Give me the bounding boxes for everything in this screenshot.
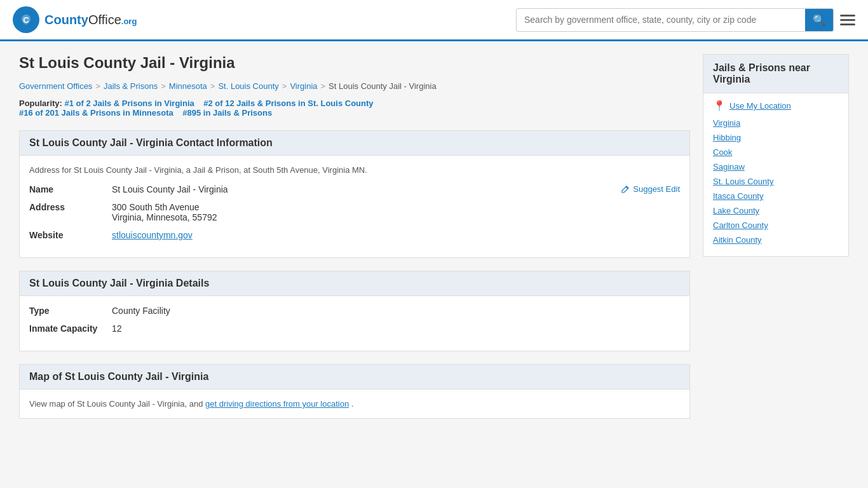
- type-value: County Facility: [112, 306, 680, 316]
- breadcrumb: Government Offices > Jails & Prisons > M…: [19, 81, 690, 91]
- map-description: View map of St Louis County Jail - Virgi…: [29, 399, 680, 409]
- address-row: Address 300 South 5th Avenue Virginia, M…: [29, 202, 680, 222]
- sidebar-box: Jails & Prisons near Virginia 📍 Use My L…: [703, 54, 849, 257]
- popularity-section: Popularity: #1 of 2 Jails & Prisons in V…: [19, 98, 690, 118]
- main-container: St Louis County Jail - Virginia Governme…: [0, 41, 868, 444]
- use-my-location-link[interactable]: Use My Location: [729, 101, 791, 111]
- details-section: St Louis County Jail - Virginia Details …: [19, 271, 690, 351]
- map-period: .: [351, 399, 354, 409]
- popularity-label: Popularity:: [19, 98, 62, 108]
- map-section-body: View map of St Louis County Jail - Virgi…: [20, 390, 689, 418]
- type-label: Type: [29, 306, 112, 316]
- sidebar-item-carlton-county[interactable]: Carlton County: [713, 220, 839, 230]
- address-label: Address: [29, 202, 112, 212]
- breadcrumb-link[interactable]: Jails & Prisons: [104, 81, 158, 91]
- name-label: Name: [29, 184, 112, 194]
- suggest-edit-label: Suggest Edit: [633, 184, 680, 194]
- breadcrumb-link[interactable]: Minnesota: [169, 81, 207, 91]
- map-desc-text: View map of St Louis County Jail - Virgi…: [29, 399, 203, 409]
- content-area: St Louis County Jail - Virginia Governme…: [19, 54, 690, 431]
- address-line1: 300 South 5th Avenue: [112, 202, 680, 212]
- logo-label: CountyOffice.org: [44, 13, 137, 27]
- search-input[interactable]: [517, 10, 805, 30]
- sidebar-item-saginaw[interactable]: Saginaw: [713, 162, 839, 172]
- contact-section-header: St Louis County Jail - Virginia Contact …: [20, 131, 689, 156]
- use-location-row: 📍 Use My Location: [713, 100, 839, 112]
- logo: C CountyOffice.org: [13, 6, 137, 33]
- contact-section-body: Address for St Louis County Jail - Virgi…: [20, 156, 689, 257]
- contact-section: St Louis County Jail - Virginia Contact …: [19, 130, 690, 258]
- sidebar: Jails & Prisons near Virginia 📍 Use My L…: [703, 54, 849, 431]
- sidebar-item-st-louis-county[interactable]: St. Louis County: [713, 177, 839, 186]
- name-info: Name St Louis County Jail - Virginia: [29, 184, 621, 194]
- website-link[interactable]: stlouiscountymn.gov: [112, 230, 193, 240]
- contact-description: Address for St Louis County Jail - Virgi…: [29, 165, 680, 175]
- breadcrumb-sep: >: [95, 81, 100, 91]
- sidebar-item-virginia[interactable]: Virginia: [713, 118, 839, 128]
- breadcrumb-link[interactable]: St. Louis County: [218, 81, 278, 91]
- details-section-header: St Louis County Jail - Virginia Details: [20, 271, 689, 296]
- pin-icon: 📍: [713, 100, 726, 112]
- sidebar-item-itasca-county[interactable]: Itasca County: [713, 191, 839, 201]
- breadcrumb-sep: >: [282, 81, 287, 91]
- name-row: Name St Louis County Jail - Virginia Sug…: [29, 184, 680, 202]
- directions-link[interactable]: get driving directions from your locatio…: [205, 399, 349, 409]
- address-value: 300 South 5th Avenue Virginia, Minnesota…: [112, 202, 680, 222]
- sidebar-item-cook[interactable]: Cook: [713, 147, 839, 157]
- suggest-edit-button[interactable]: Suggest Edit: [621, 184, 680, 194]
- site-header: C CountyOffice.org 🔍: [0, 0, 868, 41]
- map-section-header: Map of St Louis County Jail - Virginia: [20, 365, 689, 390]
- sidebar-title: Jails & Prisons near Virginia: [703, 55, 848, 93]
- sidebar-body: 📍 Use My Location Virginia Hibbing Cook …: [703, 93, 848, 256]
- breadcrumb-sep: >: [210, 81, 215, 91]
- address-line2: Virginia, Minnesota, 55792: [112, 212, 680, 222]
- menu-line: [840, 24, 855, 25]
- rank-3: #16 of 201 Jails & Prisons in Minnesota: [19, 108, 173, 118]
- search-bar: 🔍: [516, 8, 834, 32]
- website-row: Website stlouiscountymn.gov: [29, 230, 680, 240]
- capacity-row: Inmate Capacity 12: [29, 323, 680, 334]
- map-section: Map of St Louis County Jail - Virginia V…: [19, 364, 690, 419]
- menu-line: [840, 15, 855, 17]
- header-right: 🔍: [516, 8, 855, 32]
- breadcrumb-sep: >: [161, 81, 166, 91]
- name-value: St Louis County Jail - Virginia: [112, 184, 621, 194]
- menu-button[interactable]: [840, 15, 855, 25]
- rank-1: #1 of 2 Jails & Prisons in Virginia: [65, 98, 194, 108]
- sidebar-item-aitkin-county[interactable]: Aitkin County: [713, 235, 839, 245]
- rank-4: #895 in Jails & Prisons: [182, 108, 272, 118]
- website-label: Website: [29, 230, 112, 240]
- logo-icon: C: [13, 6, 39, 33]
- svg-text:C: C: [23, 15, 29, 25]
- breadcrumb-sep: >: [321, 81, 326, 91]
- sidebar-item-lake-county[interactable]: Lake County: [713, 206, 839, 215]
- breadcrumb-link[interactable]: Government Offices: [19, 81, 92, 91]
- website-value: stlouiscountymn.gov: [112, 230, 680, 240]
- sidebar-item-hibbing[interactable]: Hibbing: [713, 133, 839, 142]
- menu-line: [840, 19, 855, 21]
- rank-2: #2 of 12 Jails & Prisons in St. Louis Co…: [203, 98, 373, 108]
- breadcrumb-current: St Louis County Jail - Virginia: [329, 81, 437, 91]
- search-button[interactable]: 🔍: [805, 9, 833, 31]
- type-row: Type County Facility: [29, 306, 680, 316]
- details-section-body: Type County Facility Inmate Capacity 12: [20, 296, 689, 351]
- capacity-label: Inmate Capacity: [29, 323, 112, 334]
- logo-text-area: CountyOffice.org: [44, 13, 137, 27]
- breadcrumb-link[interactable]: Virginia: [290, 81, 317, 91]
- capacity-value: 12: [112, 323, 680, 334]
- page-title: St Louis County Jail - Virginia: [19, 54, 690, 72]
